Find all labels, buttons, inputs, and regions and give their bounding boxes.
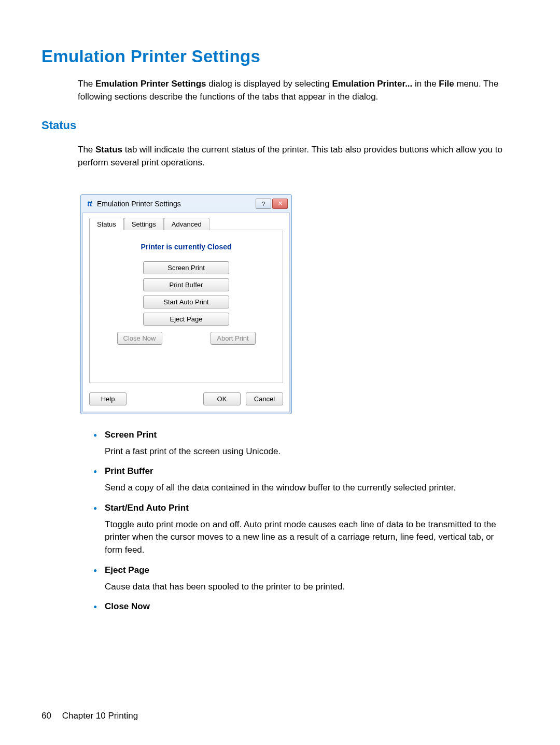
cancel-button[interactable]: Cancel <box>246 392 283 405</box>
help-icon[interactable]: ? <box>256 199 271 209</box>
print-buffer-button[interactable]: Print Buffer <box>143 278 229 291</box>
dialog-body: Status Settings Advanced Printer is curr… <box>82 212 290 412</box>
intro-block: The Emulation Printer Settings dialog is… <box>78 78 508 103</box>
app-icon: tt <box>86 200 94 208</box>
page-number: 60 <box>41 711 51 721</box>
list-item: Screen Print Print a fast print of the s… <box>93 430 508 458</box>
bold-text: File <box>439 79 454 89</box>
dialog-window: tt Emulation Printer Settings ? ✕ Status… <box>80 194 292 414</box>
bold-text: Emulation Printer Settings <box>95 79 206 89</box>
text: The <box>78 145 95 154</box>
bold-text: Emulation Printer... <box>332 79 412 89</box>
text: in the <box>412 79 439 89</box>
text: The <box>78 79 95 89</box>
printer-status-message: Printer is currently Closed <box>95 243 277 251</box>
list-item: Close Now <box>93 601 508 612</box>
tab-status[interactable]: Status <box>89 218 124 230</box>
close-icon[interactable]: ✕ <box>272 199 288 209</box>
ok-button[interactable]: OK <box>203 392 241 405</box>
text: tab will indicate the current status of … <box>78 145 502 167</box>
screen-print-button[interactable]: Screen Print <box>143 261 229 274</box>
feature-list-block: Screen Print Print a fast print of the s… <box>78 430 508 612</box>
dialog-titlebar: tt Emulation Printer Settings ? ✕ <box>82 196 290 212</box>
help-button[interactable]: Help <box>89 392 127 405</box>
list-item: Eject Page Cause data that has been spoo… <box>93 565 508 594</box>
eject-page-button[interactable]: Eject Page <box>143 313 229 326</box>
tab-advanced[interactable]: Advanced <box>164 218 209 230</box>
status-intro-block: The Status tab will indicate the current… <box>78 144 508 169</box>
dialog-title: Emulation Printer Settings <box>97 200 255 208</box>
document-page: Emulation Printer Settings The Emulation… <box>0 0 560 745</box>
feature-desc: Send a copy of all the data contained in… <box>105 482 508 495</box>
feature-title: Start/End Auto Print <box>105 503 508 513</box>
dialog-bottom-row: Help OK Cancel <box>89 392 283 405</box>
feature-desc: Ttoggle auto print mode on and off. Auto… <box>105 518 508 557</box>
feature-desc: Cause data that has been spooled to the … <box>105 581 508 594</box>
list-item: Start/End Auto Print Ttoggle auto print … <box>93 503 508 557</box>
start-auto-print-button[interactable]: Start Auto Print <box>143 296 229 308</box>
abort-print-button[interactable]: Abort Print <box>211 332 256 345</box>
feature-title: Print Buffer <box>105 466 508 476</box>
text: dialog is displayed by selecting <box>206 79 332 89</box>
tab-settings[interactable]: Settings <box>124 218 164 230</box>
list-item: Print Buffer Send a copy of all the data… <box>93 466 508 495</box>
page-footer: 60 Chapter 10 Printing <box>41 711 138 721</box>
feature-title: Screen Print <box>105 430 508 440</box>
close-now-button[interactable]: Close Now <box>117 332 162 345</box>
feature-title: Eject Page <box>105 565 508 575</box>
feature-title: Close Now <box>105 601 508 612</box>
intro-paragraph: The Emulation Printer Settings dialog is… <box>78 78 508 103</box>
status-paragraph: The Status tab will indicate the current… <box>78 144 508 169</box>
section-heading-status: Status <box>41 119 519 132</box>
chapter-label: Chapter 10 Printing <box>62 711 138 721</box>
page-title: Emulation Printer Settings <box>41 47 519 66</box>
tab-row: Status Settings Advanced <box>89 218 283 230</box>
bold-text: Status <box>95 145 122 154</box>
feature-desc: Print a fast print of the screen using U… <box>105 445 508 458</box>
dialog-screenshot: tt Emulation Printer Settings ? ✕ Status… <box>80 194 292 414</box>
tab-panel-status: Printer is currently Closed Screen Print… <box>89 230 283 383</box>
feature-list: Screen Print Print a fast print of the s… <box>93 430 508 612</box>
